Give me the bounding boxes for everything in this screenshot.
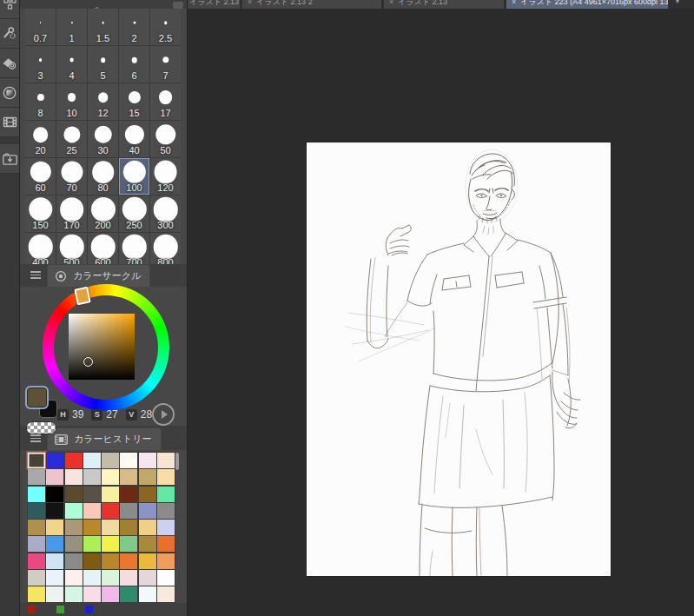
color-slider-toggle-icon[interactable] bbox=[152, 403, 175, 426]
history-swatch-53[interactable] bbox=[120, 553, 137, 569]
gear-icon[interactable] bbox=[93, 2, 101, 9]
brush-size-70[interactable]: 70 bbox=[56, 158, 87, 195]
history-swatch-36[interactable] bbox=[102, 520, 119, 535]
history-partial-swatch-1[interactable] bbox=[56, 606, 64, 613]
history-swatch-28[interactable] bbox=[102, 503, 119, 519]
brush-size-40[interactable]: 40 bbox=[119, 121, 149, 157]
brush-size-5[interactable]: 5 bbox=[88, 46, 118, 83]
tab-color-history[interactable]: カラーヒストリー bbox=[47, 427, 162, 450]
brush-size-80[interactable]: 80 bbox=[88, 158, 118, 195]
history-swatch-35[interactable] bbox=[83, 520, 101, 535]
history-swatch-12[interactable] bbox=[102, 469, 119, 485]
brush-size-60[interactable]: 60 bbox=[25, 158, 56, 195]
history-swatch-68[interactable] bbox=[102, 586, 119, 602]
history-swatch-66[interactable] bbox=[65, 586, 83, 602]
history-swatch-58[interactable] bbox=[65, 570, 83, 586]
history-swatch-3[interactable] bbox=[83, 453, 101, 468]
panel-menu-icon[interactable] bbox=[30, 271, 41, 279]
history-swatch-44[interactable] bbox=[102, 536, 119, 552]
brush-size-8[interactable]: 8 bbox=[25, 83, 56, 120]
history-swatch-10[interactable] bbox=[65, 469, 83, 485]
toolbar-button-node-link[interactable] bbox=[0, 0, 19, 19]
brush-size-15[interactable]: 15 bbox=[119, 83, 149, 120]
history-swatch-38[interactable] bbox=[139, 520, 156, 535]
history-swatch-45[interactable] bbox=[120, 536, 137, 552]
history-swatch-18[interactable] bbox=[65, 487, 83, 502]
history-swatch-7[interactable] bbox=[157, 453, 175, 468]
history-swatch-67[interactable] bbox=[83, 586, 101, 602]
history-swatch-33[interactable] bbox=[46, 520, 63, 535]
history-swatch-47[interactable] bbox=[157, 536, 175, 552]
history-scrollbar-thumb[interactable] bbox=[175, 453, 179, 470]
saturation-value-square[interactable] bbox=[69, 314, 135, 380]
brush-size-25[interactable]: 25 bbox=[56, 121, 87, 157]
history-swatch-17[interactable] bbox=[46, 487, 63, 502]
history-swatch-23[interactable] bbox=[157, 487, 175, 502]
brush-size-250[interactable]: 250 bbox=[119, 195, 149, 232]
history-swatch-30[interactable] bbox=[139, 503, 156, 519]
brush-size-120[interactable]: 120 bbox=[150, 158, 181, 195]
brush-size-300[interactable]: 300 bbox=[150, 195, 181, 232]
toolbar-button-gradient-circle[interactable] bbox=[0, 78, 19, 108]
history-swatch-19[interactable] bbox=[83, 487, 101, 502]
document-tab-2[interactable]: ×イラスト 2.13 2 bbox=[242, 0, 381, 9]
brush-size-0.7[interactable]: 0.7 bbox=[25, 9, 56, 45]
toolbar-button-import-download[interactable] bbox=[0, 144, 19, 174]
transparent-color-chip[interactable] bbox=[26, 421, 56, 434]
panel-scroll-chip[interactable] bbox=[173, 2, 183, 9]
history-swatch-56[interactable] bbox=[28, 570, 45, 586]
history-swatch-26[interactable] bbox=[65, 503, 83, 519]
document-tab-3[interactable]: ×イラスト 2.13 bbox=[384, 0, 504, 9]
history-swatch-50[interactable] bbox=[65, 553, 83, 569]
history-swatch-32[interactable] bbox=[28, 520, 45, 535]
brush-size-2[interactable]: 2 bbox=[119, 9, 149, 45]
history-swatch-39[interactable] bbox=[157, 520, 175, 535]
brush-size-7[interactable]: 7 bbox=[150, 46, 181, 83]
brush-size-150[interactable]: 150 bbox=[25, 195, 56, 232]
brush-size-100[interactable]: 100 bbox=[119, 158, 149, 195]
brush-size-12[interactable]: 12 bbox=[88, 83, 118, 120]
history-swatch-43[interactable] bbox=[83, 536, 101, 552]
history-swatch-14[interactable] bbox=[139, 469, 156, 485]
brush-size-6[interactable]: 6 bbox=[119, 46, 149, 83]
brush-size-17[interactable]: 17 bbox=[150, 83, 181, 120]
history-swatch-6[interactable] bbox=[139, 453, 156, 468]
history-swatch-0[interactable] bbox=[28, 453, 45, 468]
brush-size-170[interactable]: 170 bbox=[56, 195, 87, 232]
tab-overflow-chevron-icon[interactable]: ▼ bbox=[671, 0, 684, 9]
brush-size-10[interactable]: 10 bbox=[56, 83, 87, 120]
history-swatch-54[interactable] bbox=[139, 553, 156, 569]
history-swatch-4[interactable] bbox=[102, 453, 119, 468]
document-tab-4[interactable]: ×イラスト 223 (A4 4961×7016px 600dpi 13.3%) bbox=[506, 0, 668, 9]
history-swatch-15[interactable] bbox=[157, 469, 175, 485]
history-swatch-55[interactable] bbox=[157, 553, 175, 569]
history-swatch-16[interactable] bbox=[28, 487, 45, 502]
brush-size-1[interactable]: 1 bbox=[56, 9, 87, 45]
history-partial-swatch-0[interactable] bbox=[28, 606, 36, 613]
brush-size-200[interactable]: 200 bbox=[88, 195, 118, 232]
document-tab-1[interactable]: ×イラスト 2.13 bbox=[188, 0, 240, 9]
history-swatch-57[interactable] bbox=[46, 570, 63, 586]
history-swatch-41[interactable] bbox=[46, 536, 63, 552]
history-swatch-46[interactable] bbox=[139, 536, 156, 552]
tab-close-icon[interactable]: × bbox=[512, 0, 516, 6]
history-swatch-59[interactable] bbox=[83, 570, 101, 586]
history-swatch-64[interactable] bbox=[28, 586, 45, 602]
history-swatch-22[interactable] bbox=[139, 487, 156, 502]
history-swatch-2[interactable] bbox=[65, 453, 83, 468]
brush-size-4[interactable]: 4 bbox=[56, 46, 87, 83]
history-swatch-9[interactable] bbox=[46, 469, 63, 485]
main-color-chip[interactable] bbox=[27, 387, 47, 407]
history-swatch-34[interactable] bbox=[65, 520, 83, 535]
brush-size-1.5[interactable]: 1.5 bbox=[88, 9, 118, 45]
history-swatch-61[interactable] bbox=[120, 570, 137, 586]
history-swatch-70[interactable] bbox=[139, 586, 156, 602]
brush-size-50[interactable]: 50 bbox=[150, 121, 181, 157]
brush-size-2.5[interactable]: 2.5 bbox=[150, 9, 181, 45]
history-swatch-71[interactable] bbox=[157, 586, 175, 602]
tab-close-icon[interactable]: × bbox=[389, 0, 393, 6]
history-swatch-49[interactable] bbox=[46, 553, 63, 569]
history-swatch-11[interactable] bbox=[83, 469, 101, 485]
history-swatch-40[interactable] bbox=[28, 536, 45, 552]
history-swatch-21[interactable] bbox=[120, 487, 137, 502]
